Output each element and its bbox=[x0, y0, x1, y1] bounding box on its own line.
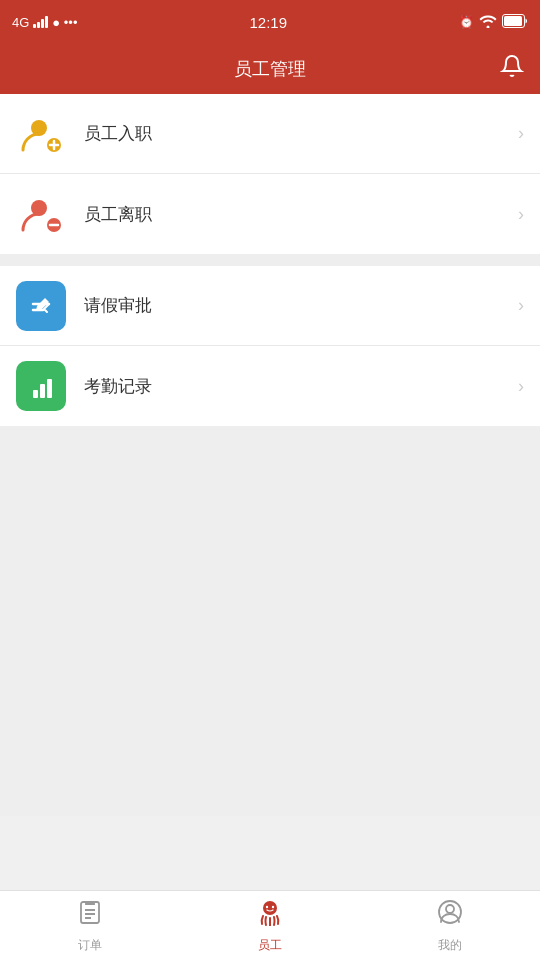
user-add-icon bbox=[16, 109, 66, 159]
battery-icon bbox=[502, 14, 528, 31]
menu-item-onboard[interactable]: 员工入职 › bbox=[0, 94, 540, 174]
clipboard-icon bbox=[76, 898, 104, 933]
svg-point-19 bbox=[446, 905, 454, 913]
header: 员工管理 bbox=[0, 44, 540, 94]
bell-icon[interactable] bbox=[500, 54, 524, 84]
chevron-right-icon: › bbox=[518, 123, 524, 144]
mine-nav-label: 我的 bbox=[438, 937, 462, 954]
offboard-label: 员工离职 bbox=[84, 203, 518, 226]
section-management: 请假审批 › 考勤记录 › bbox=[0, 266, 540, 426]
attendance-icon bbox=[16, 361, 66, 411]
menu-item-attendance[interactable]: 考勤记录 › bbox=[0, 346, 540, 426]
menu-item-leave[interactable]: 请假审批 › bbox=[0, 266, 540, 346]
status-right: ⏰ bbox=[459, 14, 528, 31]
bottom-nav: 订单 员工 bbox=[0, 890, 540, 960]
section-separator bbox=[0, 254, 540, 266]
svg-point-16 bbox=[266, 905, 268, 907]
orders-nav-label: 订单 bbox=[78, 937, 102, 954]
chevron-right-icon: › bbox=[518, 376, 524, 397]
extra-icon: ● ••• bbox=[52, 15, 77, 30]
svg-rect-12 bbox=[40, 384, 45, 398]
carrier-label: 4G bbox=[12, 15, 29, 30]
menu-item-offboard[interactable]: 员工离职 › bbox=[0, 174, 540, 254]
svg-point-17 bbox=[272, 905, 274, 907]
section-employee: 员工入职 › 员工离职 › bbox=[0, 94, 540, 254]
leave-icon bbox=[16, 281, 66, 331]
nav-item-employee[interactable]: 员工 bbox=[180, 898, 360, 954]
onboard-label: 员工入职 bbox=[84, 122, 518, 145]
signal-icon bbox=[33, 16, 48, 28]
wifi-icon bbox=[479, 14, 497, 31]
employee-nav-label: 员工 bbox=[258, 937, 282, 954]
svg-rect-13 bbox=[47, 379, 52, 398]
attendance-label: 考勤记录 bbox=[84, 375, 518, 398]
employee-nav-icon bbox=[254, 898, 286, 933]
nav-item-mine[interactable]: 我的 bbox=[360, 898, 540, 954]
user-remove-icon bbox=[16, 189, 66, 239]
clock-icon: ⏰ bbox=[459, 15, 474, 29]
chevron-right-icon: › bbox=[518, 204, 524, 225]
page-title: 员工管理 bbox=[234, 57, 306, 81]
status-bar: 4G ● ••• 12:19 ⏰ bbox=[0, 0, 540, 44]
empty-area bbox=[0, 426, 540, 816]
status-left: 4G ● ••• bbox=[12, 15, 77, 30]
status-time: 12:19 bbox=[249, 14, 287, 31]
svg-rect-11 bbox=[33, 390, 38, 398]
svg-point-15 bbox=[263, 901, 277, 915]
leave-label: 请假审批 bbox=[84, 294, 518, 317]
nav-item-orders[interactable]: 订单 bbox=[0, 898, 180, 954]
chevron-right-icon: › bbox=[518, 295, 524, 316]
user-circle-icon bbox=[436, 898, 464, 933]
content: 员工入职 › 员工离职 › bbox=[0, 94, 540, 816]
svg-rect-14 bbox=[81, 902, 99, 923]
svg-rect-1 bbox=[504, 16, 522, 26]
